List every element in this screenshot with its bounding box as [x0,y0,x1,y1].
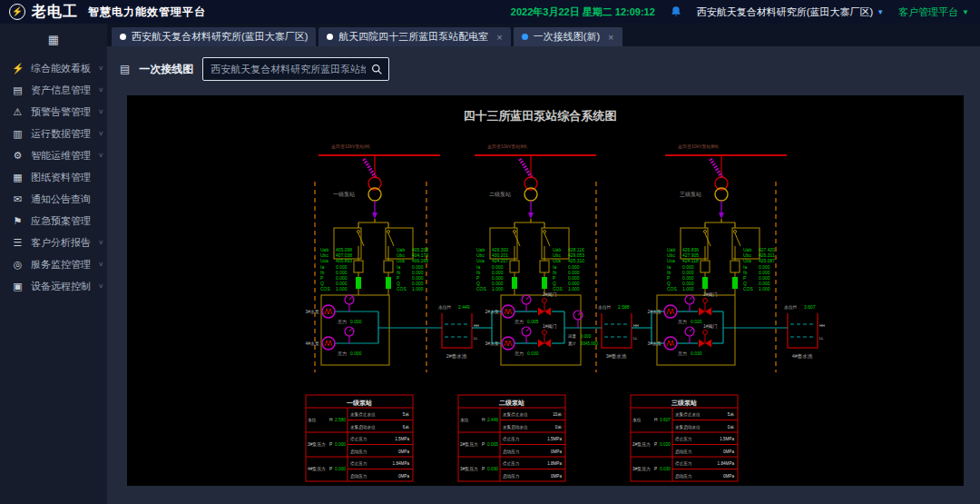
sidebar-item-10[interactable]: ◎服务监控管理∨ [0,253,107,275]
page-title: 一次接线图 [139,62,193,77]
svg-text:0.000: 0.000 [492,270,504,275]
org-selector[interactable]: 西安航天复合材料研究所(蓝田大寨厂区) ▼ [697,5,884,19]
svg-text:0.000: 0.000 [336,281,348,286]
sidebar-item-7[interactable]: ✉通知公告查询 [0,188,107,210]
svg-text:水位H: 水位H [438,304,451,310]
svg-text:H: H [329,418,333,422]
svg-text:5米: 5米 [728,412,735,417]
chevron-down-icon: ∨ [98,86,104,94]
sidebar-item-label: 运行数据管理 [31,127,91,141]
svg-text:426.836: 426.836 [682,247,699,252]
svg-text:停止压力: 停止压力 [675,437,691,442]
pump-icon [502,305,514,318]
svg-text:3#水泵: 3#水泵 [485,341,499,346]
svg-text:Q: Q [320,281,324,286]
org-name: 西安航天复合材料研究所(蓝田大寨厂区) [697,5,873,19]
svg-text:LL: LL [819,336,824,341]
sidebar-item-9[interactable]: ☰客户分析报告∨ [0,232,107,253]
svg-text:0MPa: 0MPa [398,474,409,479]
svg-text:404.173: 404.173 [412,252,428,258]
svg-text:Ia: Ia [397,264,400,270]
svg-text:启动压力: 启动压力 [503,474,519,479]
svg-text:水位: 水位 [308,418,317,422]
svg-text:429.053: 429.053 [568,252,584,258]
chevron-down-icon: ∨ [98,152,104,159]
svg-text:Q: Q [476,281,480,286]
sidebar-item-6[interactable]: ▦图纸资料管理 [0,166,107,188]
svg-text:水位: 水位 [632,418,642,422]
tab-close-icon[interactable]: × [608,32,613,43]
tab-dot [522,34,528,40]
pump-panel-outline [501,295,581,365]
pressure-gauge-icon [345,295,354,311]
svg-text:10米: 10米 [553,412,562,417]
svg-text:0.000: 0.000 [412,270,424,275]
svg-text:P: P [743,275,747,281]
tab-dot [327,34,333,40]
pressure-gauge-icon [685,295,694,311]
svg-text:0.030: 0.030 [660,467,671,471]
sidebar-item-8[interactable]: ⚑应急预案管理 [0,210,107,232]
chevron-down-icon: ∨ [98,108,104,115]
ct [510,261,519,272]
sidebar-item-4[interactable]: ▥运行数据管理∨ [0,123,107,144]
notifications-bell-icon[interactable] [670,5,682,18]
svg-text:425.310: 425.310 [568,258,584,263]
svg-text:1.5MPa: 1.5MPa [720,437,734,441]
sidebar-item-2[interactable]: ▤资产信息管理∨ [0,79,107,101]
sidebar-item-1[interactable]: ⚡综合能效看板∨ [0,57,107,79]
svg-text:Ubc: Ubc [397,252,405,258]
app-title: 智慧电力能效管理平台 [88,5,206,20]
svg-text:2.449: 2.449 [487,418,498,422]
sidebar-item-3[interactable]: ⚠预警告警管理∨ [0,101,107,123]
tab-2[interactable]: 航天四院四十三所蓝田泵站配电室× [318,27,510,46]
tab-1[interactable]: 西安航天复合材料研究所(蓝田大寨厂区) [112,27,316,46]
svg-text:压力: 压力 [338,351,347,356]
search-input[interactable] [209,63,368,75]
valve-icon [699,331,711,348]
svg-text:Ib: Ib [553,270,556,275]
svg-text:0米: 0米 [555,425,563,430]
svg-text:0.000: 0.000 [682,264,694,270]
svg-text:蓝田变10kV泵站Ⅱ线: 蓝田变10kV泵站Ⅱ线 [487,143,527,150]
svg-text:1.000: 1.000 [682,286,694,292]
tab-3[interactable]: 一次接线图(新)× [514,27,622,46]
svg-text:2#水泵: 2#水泵 [485,309,499,314]
breaker-closed-indicator [702,277,708,289]
svg-text:P: P [667,275,671,281]
svg-text:0MPa: 0MPa [551,450,562,454]
svg-text:0.000: 0.000 [335,467,346,471]
caret-down-icon: ▼ [962,8,969,16]
svg-text:水泵停止水位: 水泵停止水位 [503,412,528,418]
sidebar-item-label: 预警告警管理 [31,105,91,119]
apps-grid-icon[interactable]: ▦ [0,24,107,54]
svg-text:流量: 流量 [567,334,577,339]
svg-text:Ubc: Ubc [743,252,751,258]
svg-text:Ubc: Ubc [476,252,485,258]
search-icon[interactable] [371,64,383,75]
svg-text:0.000: 0.000 [759,281,770,286]
svg-text:2#泵压力: 2#泵压力 [632,442,651,447]
station-table-1: 一级泵站水位H2.5803#泵压力P0.0004#泵压力P0.000水泵停止水位… [306,395,413,481]
svg-text:COS: COS [743,286,754,292]
svg-text:水泵停止水位: 水泵停止水位 [350,412,376,418]
svg-text:424.207: 424.207 [492,258,508,263]
platform-selector[interactable]: 客户管理平台 ▼ [898,5,969,19]
tab-dot [120,34,126,40]
svg-text:P: P [476,275,480,281]
ct [384,261,393,272]
sidebar-item-11[interactable]: ▣设备远程控制∨ [0,275,107,297]
breaker-closed-indicator [542,277,547,289]
svg-text:LL: LL [633,336,638,341]
svg-text:1.84MPa: 1.84MPa [393,461,410,466]
pressure-gauge-icon [345,327,354,343]
tab-close-icon[interactable]: × [496,32,502,43]
svg-text:407.038: 407.038 [336,252,352,258]
notice-icon: ✉ [12,193,24,205]
logo-text: 老电工 [32,3,78,22]
svg-text:0MPa: 0MPa [723,450,734,454]
pump-icon [502,337,514,350]
svg-text:一级泵站: 一级泵站 [333,192,355,198]
svg-text:压力: 压力 [514,351,524,356]
sidebar-item-5[interactable]: ⚙智能运维管理∨ [0,144,107,166]
